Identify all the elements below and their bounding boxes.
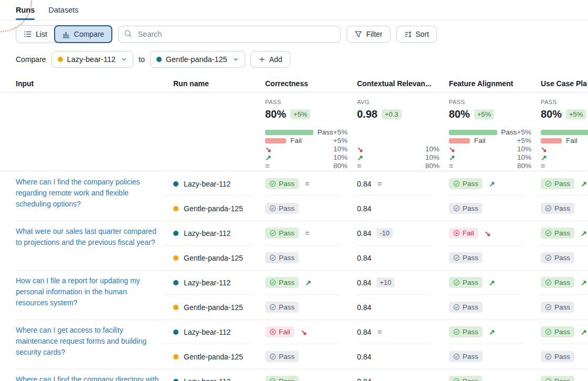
- check-circle-icon: [545, 180, 552, 187]
- check-circle-icon: [545, 378, 552, 381]
- filter-button[interactable]: Filter: [346, 26, 390, 43]
- run-color-dot: [156, 57, 162, 62]
- comparison-run-select[interactable]: Gentle-panda-125: [150, 51, 245, 68]
- trend-equal-icon: [449, 162, 453, 170]
- contextual-relevance-cell: 0.84-10 0.84: [357, 221, 449, 270]
- search-input[interactable]: [136, 29, 335, 39]
- status-badge: Pass: [541, 351, 574, 362]
- compare-view-label: Compare: [74, 30, 104, 38]
- input-question-link[interactable]: Where can I get access to facility maint…: [16, 325, 161, 358]
- column-header-run-name[interactable]: Run name: [173, 79, 265, 88]
- run-color-dot: [173, 354, 178, 359]
- bar-chart-icon: [62, 30, 70, 38]
- use-case-cell: Pass Pass: [541, 369, 588, 381]
- legend-value: +5%: [333, 128, 348, 136]
- check-circle-icon: [269, 205, 276, 212]
- legend-label: Fail: [474, 137, 486, 145]
- trend-icon: [377, 180, 382, 188]
- column-header-correctness[interactable]: Correctness: [265, 79, 357, 88]
- check-circle-icon: [269, 230, 276, 236]
- check-circle-icon: [453, 254, 460, 261]
- trend-up-icon: [265, 153, 271, 162]
- page-tabs: Runs Datasets: [0, 0, 588, 20]
- input-question-link[interactable]: What were our sales last quarter compare…: [16, 226, 161, 248]
- feature-alignment-cell: Pass Pass: [449, 369, 541, 381]
- status-badge: Pass: [449, 252, 482, 263]
- add-run-button[interactable]: Add: [250, 51, 290, 68]
- legend-label: Fail: [566, 137, 578, 145]
- tab-datasets[interactable]: Datasets: [48, 0, 78, 20]
- legend-label: Pass: [318, 128, 333, 136]
- trend-up-icon: [449, 153, 455, 162]
- trend-icon: [489, 279, 495, 287]
- check-circle-icon: [545, 353, 552, 360]
- fail-bar: [541, 138, 562, 143]
- column-header-use-case[interactable]: Use Case Pla: [541, 79, 588, 88]
- run-name: Lazy-bear-112: [184, 279, 230, 287]
- use-case-cell: Pass Pass: [541, 270, 588, 320]
- fail-bar: [449, 138, 470, 143]
- status-badge: Pass: [265, 302, 299, 313]
- x-circle-icon: [453, 230, 460, 236]
- column-header-contextual-relevance[interactable]: Contextual Relevan...: [357, 79, 449, 88]
- status-badge: Pass: [449, 302, 482, 313]
- tab-runs[interactable]: Runs: [16, 0, 35, 20]
- check-circle-icon: [545, 328, 552, 335]
- chevron-down-icon: [121, 56, 127, 63]
- feature-alignment-cell: Fail Pass: [449, 221, 541, 270]
- correctness-cell: Pass Pass: [265, 270, 357, 320]
- column-header-feature-alignment[interactable]: Feature Alignment: [449, 79, 541, 88]
- check-circle-icon: [453, 304, 460, 311]
- input-question-link[interactable]: How can I file a report for updating my …: [16, 275, 161, 308]
- sort-button[interactable]: Sort: [396, 26, 437, 43]
- fail-bar: [265, 138, 286, 143]
- check-circle-icon: [545, 230, 552, 236]
- search-box: [118, 26, 341, 43]
- trend-icon: [305, 229, 309, 238]
- baseline-run-select[interactable]: Lazy-bear-112: [51, 51, 133, 68]
- run-color-dot: [173, 280, 178, 285]
- legend-label: Fail: [290, 137, 302, 145]
- to-label: to: [139, 55, 145, 64]
- add-label: Add: [269, 55, 282, 64]
- legend-value: 10%: [333, 145, 348, 153]
- trend-icon: [581, 328, 587, 336]
- score-value: 0.84: [357, 328, 371, 336]
- table-row: Where can I find the company directory w…: [0, 369, 588, 381]
- run-name: Lazy-bear-112: [184, 180, 230, 188]
- check-circle-icon: [545, 304, 552, 311]
- input-question-link[interactable]: Where can I find the company policies re…: [16, 177, 161, 210]
- trend-icon: [485, 229, 491, 238]
- table-body: Where can I find the company policies re…: [0, 171, 588, 381]
- summary-charts-row: Pass+5% Fail+5% 10% 10% 80% 10% 10% 80% …: [0, 128, 588, 171]
- check-circle-icon: [269, 304, 276, 311]
- run-color-dot: [173, 379, 178, 381]
- status-badge: Pass: [449, 351, 482, 362]
- sort-icon: [404, 30, 412, 38]
- status-badge: Pass: [265, 277, 299, 288]
- input-question-link[interactable]: Where can I find the company directory w…: [16, 374, 161, 381]
- status-badge: Pass: [541, 326, 574, 337]
- compare-view-button[interactable]: Compare: [54, 25, 113, 43]
- toolbar: List Compare Filter Sort: [0, 20, 588, 43]
- run-name-cell: Lazy-bear-112 Gentle-panda-125: [173, 320, 265, 369]
- contextual-relevance-cell: 0.84 0.84: [357, 369, 449, 381]
- plus-icon: [258, 56, 266, 63]
- trend-down-icon: [449, 145, 455, 153]
- score-delta: -10: [376, 228, 393, 238]
- status-badge: Pass: [449, 203, 482, 214]
- list-view-button[interactable]: List: [16, 26, 55, 43]
- trend-icon: [301, 328, 307, 336]
- check-circle-icon: [453, 378, 460, 381]
- summary-usecase: PASS 80%+5%: [541, 99, 588, 128]
- correctness-cell: Pass Pass: [265, 171, 357, 221]
- score-value: 0.84: [357, 303, 371, 312]
- legend-value: +5%: [517, 128, 531, 136]
- funnel-icon: [354, 30, 362, 38]
- compare-bar: Compare Lazy-bear-112 to Gentle-panda-12…: [0, 51, 588, 68]
- column-header-input[interactable]: Input: [0, 79, 173, 88]
- contextual-relevance-cell: 0.84 0.84: [357, 171, 449, 221]
- run-name: Gentle-panda-125: [184, 303, 243, 312]
- stat-delta-badge: +5%: [566, 109, 586, 119]
- trend-down-icon: [357, 145, 363, 153]
